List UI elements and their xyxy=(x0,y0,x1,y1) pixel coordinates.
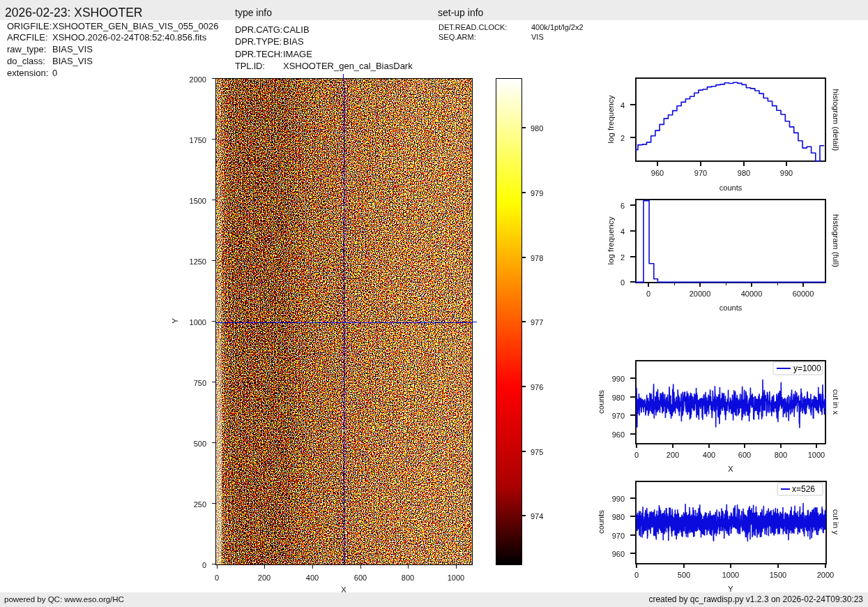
svg-text:y=1000: y=1000 xyxy=(793,364,821,373)
svg-text:x=526: x=526 xyxy=(792,484,815,494)
